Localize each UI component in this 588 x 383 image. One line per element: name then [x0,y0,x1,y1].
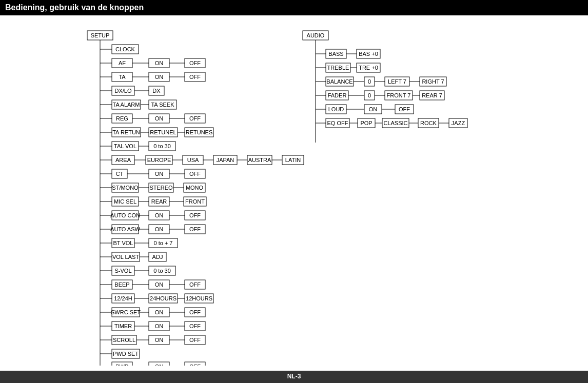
svg-text:FADER: FADER [328,92,347,98]
svg-text:LOUD: LOUD [328,106,344,112]
svg-text:OFF: OFF [189,171,201,177]
svg-text:OFF: OFF [189,309,201,315]
svg-text:AF: AF [119,60,126,66]
svg-text:ON: ON [155,337,164,343]
svg-text:OFF: OFF [189,74,201,80]
svg-text:ON: ON [155,281,164,288]
svg-text:0: 0 [368,78,371,85]
svg-text:ON: ON [155,212,164,218]
svg-text:ON: ON [155,171,164,177]
svg-text:CT: CT [116,171,124,177]
svg-text:BEEP: BEEP [114,281,129,288]
svg-text:ON: ON [155,74,164,80]
svg-text:ON: ON [155,60,164,66]
svg-text:AUDIO: AUDIO [307,32,325,38]
svg-text:ROCK: ROCK [420,120,437,126]
svg-text:JAZZ: JAZZ [452,120,465,126]
svg-text:EUROPE: EUROPE [147,157,171,163]
svg-text:S-VOL: S-VOL [114,268,131,274]
svg-text:BASS: BASS [328,51,343,57]
svg-text:USA: USA [187,157,199,163]
svg-text:PWD SET: PWD SET [113,351,139,357]
svg-text:SETUP: SETUP [91,32,110,38]
svg-text:0 to 30: 0 to 30 [153,268,171,274]
svg-text:AUSTRA: AUSTRA [248,157,271,163]
svg-text:MIC SEL: MIC SEL [114,198,136,205]
svg-text:REAR 7: REAR 7 [422,92,442,98]
svg-text:EQ OFF: EQ OFF [327,120,348,126]
svg-text:LATIN: LATIN [285,157,301,163]
svg-text:CLASSIC: CLASSIC [383,120,407,126]
svg-text:FRONT 7: FRONT 7 [387,92,411,98]
svg-text:ON: ON [155,309,164,315]
svg-text:0 to + 7: 0 to + 7 [153,240,172,246]
footer-label: NL-3 [287,373,301,380]
header: Bediening, gebruik van de knoppen [0,0,588,15]
svg-text:CLOCK: CLOCK [115,46,135,52]
svg-text:REG: REG [116,115,128,122]
svg-text:FRONT: FRONT [185,198,205,205]
svg-text:JAPAN: JAPAN [217,157,234,163]
svg-text:RETUNEL: RETUNEL [150,129,176,135]
svg-text:OFF: OFF [189,60,201,66]
svg-text:0 to 30: 0 to 30 [153,143,171,149]
svg-text:AUTO CON: AUTO CON [110,212,140,218]
svg-text:AREA: AREA [115,157,131,163]
svg-text:POP: POP [360,120,372,126]
svg-text:OFF: OFF [189,364,201,366]
svg-text:PWD: PWD [115,364,129,366]
svg-text:12/24H: 12/24H [114,295,132,301]
svg-text:TIMER: TIMER [114,323,132,329]
svg-text:RIGHT 7: RIGHT 7 [422,78,444,85]
svg-text:DX/LO: DX/LO [114,88,131,94]
svg-text:OFF: OFF [189,212,201,218]
svg-text:RETUNES: RETUNES [186,129,213,135]
svg-text:MONO: MONO [186,185,204,191]
svg-text:OFF: OFF [189,323,201,329]
svg-text:SWRC SET: SWRC SET [111,309,141,315]
svg-text:BT VOL: BT VOL [113,240,133,246]
svg-text:24HOURS: 24HOURS [150,295,177,301]
svg-text:TA: TA [119,74,126,80]
svg-text:VOL LAST: VOL LAST [112,254,139,260]
svg-text:SCROLL: SCROLL [113,337,135,343]
svg-text:TA ALARM: TA ALARM [113,102,140,108]
svg-text:ON: ON [155,364,164,366]
svg-text:TRE +0: TRE +0 [359,65,378,71]
svg-text:STEREO: STEREO [149,185,173,191]
svg-text:ON: ON [369,106,378,112]
svg-text:OFF: OFF [189,115,201,122]
header-title: Bediening, gebruik van de knoppen [5,3,144,12]
svg-text:ON: ON [155,226,164,232]
svg-text:TREBLE: TREBLE [327,65,349,71]
svg-text:TAL VOL: TAL VOL [114,143,136,149]
svg-text:AUTO ASW: AUTO ASW [110,226,140,232]
svg-text:LEFT 7: LEFT 7 [388,78,406,85]
svg-text:ST/MONO: ST/MONO [112,185,139,191]
svg-text:ON: ON [155,115,164,122]
svg-text:OFF: OFF [189,281,201,288]
svg-text:TA RETUN: TA RETUN [112,129,140,135]
svg-text:REAR: REAR [151,198,167,205]
svg-text:OFF: OFF [189,337,201,343]
svg-text:ADJ: ADJ [152,254,163,260]
svg-text:OFF: OFF [399,106,410,112]
svg-text:OFF: OFF [189,226,201,232]
svg-text:DX: DX [152,88,161,94]
svg-text:0: 0 [368,92,371,98]
svg-text:ON: ON [155,323,164,329]
svg-text:TA SEEK: TA SEEK [151,102,174,108]
footer: NL-3 [0,371,588,383]
svg-text:BAS +0: BAS +0 [359,51,378,57]
svg-text:BALANCE: BALANCE [326,78,352,85]
svg-text:12HOURS: 12HOURS [186,295,212,301]
